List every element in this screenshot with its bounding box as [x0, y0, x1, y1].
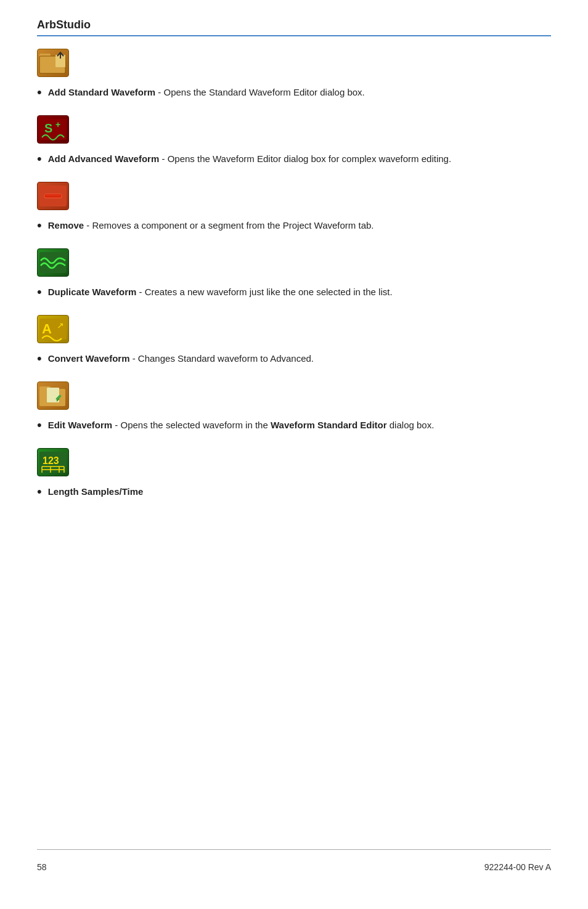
item-text: Duplicate Waveform - Creates a new wavef… [48, 285, 393, 300]
item-text: Convert Waveform - Changes Standard wave… [48, 352, 314, 366]
bullet-dot: • [37, 84, 42, 100]
page: ArbStudio • Add Standard Wav [0, 0, 588, 909]
item-text: Length Samples/Time [48, 485, 144, 499]
content-area: • Add Standard Waveform - Opens the Stan… [37, 49, 551, 849]
bullet-row: • Add Advanced Waveform - Opens the Wave… [37, 152, 551, 167]
bullet-dot: • [37, 484, 42, 500]
item-label: Add Standard Waveform [48, 87, 155, 97]
page-title: ArbStudio [37, 18, 91, 31]
item-label: Convert Waveform [48, 353, 130, 364]
footer-doc-number: 922244-00 Rev A [484, 862, 551, 872]
svg-text:↗: ↗ [57, 320, 64, 330]
item-text: Add Standard Waveform - Opens the Standa… [48, 86, 365, 100]
svg-text:+: + [55, 120, 60, 129]
length-icon: 123 [37, 448, 69, 476]
list-item: S + • Add Advanced Waveform - Opens the … [37, 115, 551, 167]
item-desc: - Removes a component or a segment from … [84, 220, 374, 230]
bullet-row: • Duplicate Waveform - Creates a new wav… [37, 285, 551, 300]
item-text: Remove - Removes a component or a segmen… [48, 219, 374, 233]
item-desc: - Opens the Waveform Editor dialog box f… [159, 153, 451, 164]
svg-text:S: S [44, 121, 52, 135]
item-text: Add Advanced Waveform - Opens the Wavefo… [48, 152, 451, 166]
item-text: Edit Waveform - Opens the selected wavef… [48, 418, 435, 433]
list-item: A ↗ • Convert Waveform - Changes Standar… [37, 315, 551, 367]
bullet-row: • Add Standard Waveform - Opens the Stan… [37, 86, 551, 100]
item-label: Remove [48, 220, 84, 230]
item-label: Add Advanced Waveform [48, 153, 160, 164]
bullet-dot: • [37, 417, 42, 433]
bullet-row: • Edit Waveform - Opens the selected wav… [37, 418, 551, 433]
add-advanced-icon: S + [37, 115, 69, 144]
item-desc: - Creates a new waveform just like the o… [136, 287, 392, 297]
svg-rect-5 [39, 119, 67, 140]
item-label: Duplicate Waveform [48, 287, 137, 297]
duplicate-icon [37, 248, 69, 277]
edit-icon [37, 381, 69, 410]
item-desc: - Changes Standard waveform to Advanced. [130, 353, 314, 364]
item-bold-part: Waveform Standard Editor [271, 420, 387, 430]
item-desc: - Opens the Standard Waveform Editor dia… [155, 87, 365, 97]
footer-page-number: 58 [37, 862, 47, 872]
item-label: Length Samples/Time [48, 486, 144, 497]
svg-rect-11 [44, 194, 62, 197]
svg-text:A: A [42, 321, 52, 336]
bullet-row: • Remove - Removes a component or a segm… [37, 219, 551, 234]
convert-icon: A ↗ [37, 315, 69, 343]
bullet-dot: • [37, 151, 42, 167]
item-label: Edit Waveform [48, 420, 112, 430]
list-item: • Edit Waveform - Opens the selected wav… [37, 381, 551, 433]
bullet-dot: • [37, 284, 42, 300]
svg-text:123: 123 [43, 455, 59, 466]
add-standard-icon [37, 49, 69, 77]
svg-rect-1 [39, 54, 51, 57]
bullet-row: • Length Samples/Time [37, 485, 551, 500]
list-item: • Add Standard Waveform - Opens the Stan… [37, 49, 551, 100]
bullet-row: • Convert Waveform - Changes Standard wa… [37, 352, 551, 367]
bullet-dot: • [37, 218, 42, 234]
list-item: 123 • Length Samples/Time [37, 448, 551, 500]
page-footer: 58 922244-00 Rev A [37, 849, 551, 872]
bullet-dot: • [37, 351, 42, 367]
list-item: • Remove - Removes a component or a segm… [37, 182, 551, 234]
page-header: ArbStudio [37, 18, 551, 36]
list-item: • Duplicate Waveform - Creates a new wav… [37, 248, 551, 300]
remove-icon [37, 182, 69, 210]
